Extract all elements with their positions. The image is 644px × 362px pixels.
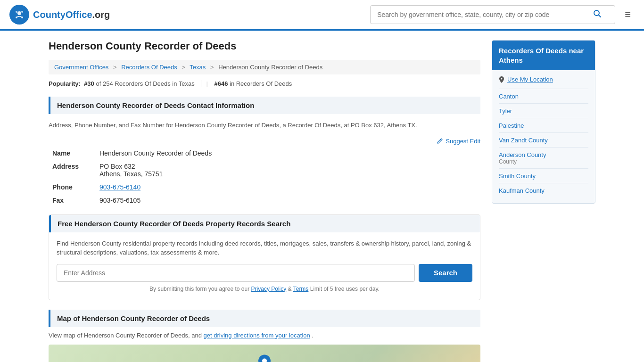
sidebar-link-tyler: Tyler <box>499 103 588 118</box>
fax-value: 903-675-6105 <box>96 194 480 207</box>
map-image: ♥ Holiday Inn Express &Suites Athens, an… <box>49 345 480 362</box>
svg-line-8 <box>440 140 441 140</box>
map-description: View map of Henderson County Recorder of… <box>49 332 480 339</box>
suggest-edit-link[interactable]: Suggest Edit <box>437 138 480 145</box>
link-palestine[interactable]: Palestine <box>499 122 524 129</box>
logo-icon <box>9 5 29 25</box>
link-kaufman-county[interactable]: Kaufman County <box>499 187 545 194</box>
svg-point-3 <box>21 11 23 13</box>
sidebar: Recorders Of Deeds near Athens Use My Lo… <box>492 40 595 362</box>
contact-table: Name Henderson County Recorder of Deeds … <box>49 147 480 207</box>
property-search-form: Search <box>57 264 472 282</box>
use-location-label: Use My Location <box>507 76 553 83</box>
main-container: Henderson County Recorder of Deeds Gover… <box>39 31 605 362</box>
svg-point-1 <box>17 11 21 15</box>
search-button[interactable]: Search <box>419 264 472 282</box>
svg-point-2 <box>16 11 17 13</box>
privacy-link[interactable]: Privacy Policy <box>251 286 287 292</box>
popularity-bar: Popularity: #30 of 254 Recorders Of Deed… <box>49 80 480 87</box>
breadcrumb-link-recorders[interactable]: Recorders Of Deeds <box>121 64 177 71</box>
link-canton[interactable]: Canton <box>499 93 519 100</box>
link-smith-county[interactable]: Smith County <box>499 173 536 180</box>
contact-address-row: Address PO Box 632 Athens, Texas, 75751 <box>49 160 480 181</box>
search-bar <box>370 5 615 24</box>
header-right: ≡ <box>370 5 635 24</box>
sidebar-box: Recorders Of Deeds near Athens Use My Lo… <box>492 40 595 204</box>
phone-link[interactable]: 903-675-6140 <box>99 183 140 191</box>
map-placeholder: ♥ Holiday Inn Express &Suites Athens, an… <box>49 345 480 362</box>
page-title: Henderson County Recorder of Deeds <box>49 40 480 52</box>
anderson-county-label: County <box>499 158 588 165</box>
search-input[interactable] <box>371 7 587 22</box>
breadcrumb-current: Henderson County Recorder of Deeds <box>218 64 322 71</box>
breadcrumb-link-texas[interactable]: Texas <box>190 64 206 71</box>
contact-section-header: Henderson County Recorder of Deeds Conta… <box>49 97 480 114</box>
name-value: Henderson County Recorder of Deeds <box>96 147 480 160</box>
contact-name-row: Name Henderson County Recorder of Deeds <box>49 147 480 160</box>
link-van-zandt-county[interactable]: Van Zandt County <box>499 137 548 144</box>
directions-link[interactable]: get driving directions from your locatio… <box>204 332 310 339</box>
sidebar-body: Use My Location Canton Tyler Palestine V… <box>492 70 595 203</box>
popularity-rank: #30 <box>84 80 94 87</box>
form-disclaimer: By submitting this form you agree to our… <box>57 286 472 292</box>
name-label: Name <box>49 147 96 160</box>
contact-actions: Suggest Edit <box>49 138 480 145</box>
use-my-location[interactable]: Use My Location <box>499 76 588 83</box>
svg-point-5 <box>21 16 23 18</box>
location-pin-icon <box>499 76 504 83</box>
terms-link[interactable]: Terms <box>293 286 309 292</box>
popularity-overall: in Recorders Of Deeds <box>230 80 292 87</box>
contact-fax-row: Fax 903-675-6105 <box>49 194 480 207</box>
sidebar-links: Canton Tyler Palestine Van Zandt County … <box>499 89 588 197</box>
site-header: CountyOffice.org ≡ <box>0 0 644 31</box>
phone-value: 903-675-6140 <box>96 181 480 194</box>
content-area: Henderson County Recorder of Deeds Gover… <box>49 40 480 362</box>
sidebar-link-smith: Smith County <box>499 168 588 183</box>
svg-point-4 <box>16 16 17 18</box>
popularity-overall-rank: #646 <box>214 80 228 87</box>
logo-area: CountyOffice.org <box>9 5 110 25</box>
property-search-description: Find Henderson County residential proper… <box>57 239 472 257</box>
menu-icon[interactable]: ≡ <box>621 7 635 23</box>
popularity-total: 254 Recorders Of Deeds in Texas <box>103 80 195 87</box>
svg-line-7 <box>599 15 601 17</box>
address-label: Address <box>49 160 96 181</box>
breadcrumb: Government Offices > Recorders Of Deeds … <box>49 60 480 74</box>
sidebar-link-vanzandt: Van Zandt County <box>499 132 588 147</box>
breadcrumb-link-gov[interactable]: Government Offices <box>54 64 108 71</box>
link-tyler[interactable]: Tyler <box>499 107 512 115</box>
sidebar-link-anderson: Anderson County County <box>499 147 588 168</box>
address-input[interactable] <box>57 264 415 282</box>
contact-phone-row: Phone 903-675-6140 <box>49 181 480 194</box>
logo-text: CountyOffice.org <box>33 9 110 20</box>
map-section-header: Map of Henderson County Recorder of Deed… <box>49 310 480 327</box>
property-search-header: Free Henderson County Recorder Of Deeds … <box>49 215 480 232</box>
contact-description: Address, Phone Number, and Fax Number fo… <box>49 121 480 130</box>
edit-icon <box>437 138 443 144</box>
link-anderson-county[interactable]: Anderson County <box>499 151 546 158</box>
property-search-section: Free Henderson County Recorder Of Deeds … <box>49 214 480 300</box>
sidebar-link-palestine: Palestine <box>499 118 588 132</box>
address-value: PO Box 632 Athens, Texas, 75751 <box>96 160 480 181</box>
sidebar-title: Recorders Of Deeds near Athens <box>492 41 595 70</box>
sidebar-link-canton: Canton <box>499 89 588 103</box>
phone-label: Phone <box>49 181 96 194</box>
map-pin-icon <box>258 354 271 362</box>
fax-label: Fax <box>49 194 96 207</box>
sidebar-link-kaufman: Kaufman County <box>499 183 588 197</box>
search-icon-button[interactable] <box>587 6 607 24</box>
